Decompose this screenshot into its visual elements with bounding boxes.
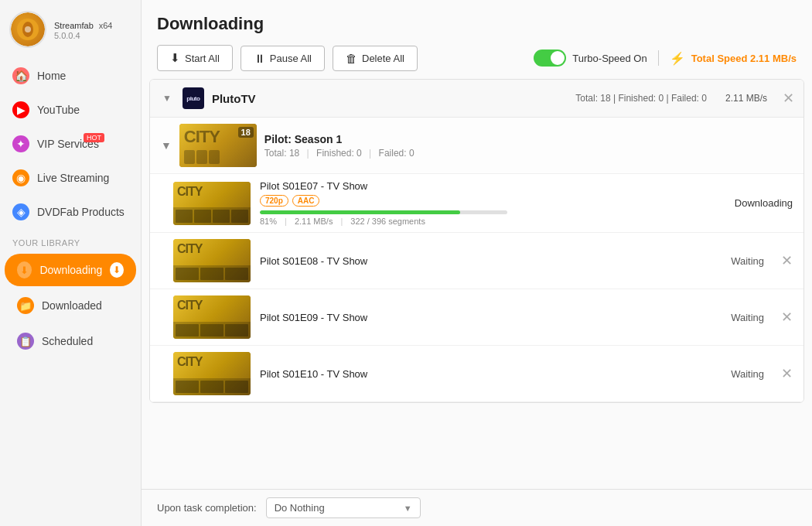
episode-title: Pilot S01E10 - TV Show	[260, 368, 722, 380]
sidebar: Streamfab x64 5.0.0.4 🏠 Home ▶ YouTube ✦…	[0, 0, 142, 526]
youtube-icon: ▶	[12, 101, 29, 118]
channel-name: PlutoTV	[212, 92, 256, 105]
lib-item-label: Downloaded	[42, 299, 102, 312]
episode-thumbnail: CITY	[173, 295, 251, 339]
turbo-section: Turbo-Speed On ⚡ Total Speed 2.11 MB/s	[534, 50, 797, 67]
downloaded-icon: 📁	[17, 297, 34, 314]
downloading-icon: ⬇	[17, 261, 32, 278]
quality-badge: 720p	[260, 195, 288, 207]
toggle-knob	[551, 51, 565, 65]
audio-badge: AAC	[292, 195, 320, 207]
main-header: Downloading ⬇ Start All ⏸ Pause All 🗑 De…	[142, 0, 812, 79]
episode-status: Waiting	[731, 255, 764, 267]
completion-label: Upon task completion:	[157, 502, 257, 514]
progress-bar-fill	[260, 210, 460, 214]
bottom-bar: Upon task completion: Do Nothing ▼	[142, 489, 812, 526]
group-chevron[interactable]: ▼	[159, 91, 175, 105]
season-title: Pilot: Season 1	[264, 133, 793, 145]
app-version: 5.0.0.4	[54, 31, 112, 40]
episode-title: Pilot S01E07 - TV Show	[260, 180, 725, 192]
season-info: Pilot: Season 1 Total: 18 | Finished: 0 …	[264, 133, 793, 159]
sidebar-item-vip[interactable]: ✦ VIP Services HOT	[0, 127, 141, 161]
progress-segments: 322 / 396 segments	[350, 217, 425, 226]
sidebar-item-downloading[interactable]: ⬇ Downloading ⬇	[5, 254, 136, 286]
episode-thumbnail: CITY	[173, 182, 251, 225]
start-all-button[interactable]: ⬇ Start All	[157, 45, 233, 71]
progress-speed: 2.11 MB/s	[295, 217, 333, 226]
app-name: Streamfab x64	[54, 19, 112, 31]
season-thumbnail: CITY 18	[179, 124, 257, 167]
logo-text: Streamfab x64 5.0.0.4	[54, 19, 112, 40]
sidebar-item-scheduled[interactable]: 📋 Scheduled	[5, 325, 136, 357]
library-label: YOUR LIBRARY	[0, 229, 141, 252]
group-stats: Total: 18 | Finished: 0 | Failed: 0	[575, 93, 707, 104]
start-icon: ⬇	[170, 51, 180, 65]
episode-status: Waiting	[731, 312, 764, 323]
season-chevron[interactable]: ▼	[161, 139, 172, 152]
sidebar-item-downloaded[interactable]: 📁 Downloaded	[5, 289, 136, 322]
sidebar-item-home[interactable]: 🏠 Home	[0, 59, 141, 93]
episode-close-button[interactable]: ✕	[781, 309, 793, 326]
pause-all-button[interactable]: ⏸ Pause All	[241, 46, 325, 71]
episode-progress: 81% | 2.11 MB/s | 322 / 396 segments	[260, 210, 725, 226]
delete-icon: 🗑	[346, 52, 357, 65]
svg-point-2	[25, 26, 31, 32]
sidebar-item-live[interactable]: ◉ Live Streaming	[0, 161, 141, 195]
episode-info: Pilot S01E09 - TV Show	[260, 312, 722, 323]
completion-value: Do Nothing	[275, 502, 325, 514]
episode-title: Pilot S01E08 - TV Show	[260, 255, 722, 267]
turbo-toggle[interactable]	[534, 50, 566, 67]
home-icon: 🏠	[12, 67, 29, 84]
episode-close-button[interactable]: ✕	[781, 252, 793, 269]
toolbar: ⬇ Start All ⏸ Pause All 🗑 Delete All Tur…	[157, 45, 797, 71]
dvdfab-icon: ◈	[12, 203, 29, 220]
download-count-badge: ⬇	[110, 262, 124, 278]
chevron-down-icon: ▼	[404, 504, 412, 513]
progress-stats: 81% | 2.11 MB/s | 322 / 396 segments	[260, 217, 725, 226]
episode-close-button[interactable]: ✕	[781, 365, 793, 382]
episode-status: Downloading	[735, 197, 793, 209]
delete-all-button[interactable]: 🗑 Delete All	[333, 46, 418, 71]
episode-status: Waiting	[731, 368, 764, 380]
divider	[658, 50, 659, 66]
vip-icon: ✦	[12, 135, 29, 152]
episode-title: Pilot S01E09 - TV Show	[260, 312, 722, 323]
season-stats: Total: 18 | Finished: 0 | Failed: 0	[264, 148, 793, 159]
episode-row: CITY Pilot S01E09 - TV Show Waiting ✕	[150, 289, 803, 346]
episode-info: Pilot S01E07 - TV Show 720p AAC 81% | 2.…	[260, 180, 725, 226]
total-speed-label: Total Speed 2.11 MB/s	[691, 53, 797, 64]
sidebar-item-label: Live Streaming	[37, 172, 109, 184]
completion-dropdown[interactable]: Do Nothing ▼	[266, 497, 421, 518]
group-card-plutotv: ▼ pluto PlutoTV Total: 18 | Finished: 0 …	[149, 79, 804, 403]
episode-row: CITY Pilot S01E10 - TV Show Waiting ✕	[150, 346, 803, 402]
close-group-button[interactable]: ✕	[783, 90, 794, 107]
download-area: ▼ pluto PlutoTV Total: 18 | Finished: 0 …	[142, 79, 812, 489]
page-title: Downloading	[157, 14, 797, 34]
sidebar-item-youtube[interactable]: ▶ YouTube	[0, 93, 141, 127]
season-row: ▼ CITY 18 Pilot: Season 1	[150, 118, 803, 174]
live-icon: ◉	[12, 169, 29, 186]
main-content: Downloading ⬇ Start All ⏸ Pause All 🗑 De…	[142, 0, 812, 526]
logo-area: Streamfab x64 5.0.0.4	[0, 0, 141, 59]
sidebar-item-label: YouTube	[37, 104, 80, 116]
episode-thumbnail: CITY	[173, 352, 251, 395]
episode-row: CITY Pilot S01E07 - TV Show 720p AAC	[150, 174, 803, 233]
logo-circle	[11, 12, 45, 46]
episode-thumbnail: CITY	[173, 239, 251, 282]
progress-bar-background	[260, 210, 507, 214]
lib-item-label: Scheduled	[42, 335, 93, 347]
progress-pct: 81%	[260, 217, 277, 226]
hot-badge: HOT	[84, 133, 104, 142]
sidebar-item-label: Home	[37, 70, 66, 82]
bolt-icon: ⚡	[670, 51, 685, 66]
episode-info: Pilot S01E08 - TV Show	[260, 255, 722, 267]
sidebar-item-dvdfab[interactable]: ◈ DVDFab Products	[0, 195, 141, 229]
episode-badges: 720p AAC	[260, 195, 725, 207]
group-header: ▼ pluto PlutoTV Total: 18 | Finished: 0 …	[150, 80, 803, 118]
turbo-label: Turbo-Speed On	[572, 53, 647, 64]
channel-logo: pluto	[183, 87, 204, 109]
episode-info: Pilot S01E10 - TV Show	[260, 368, 722, 380]
app-logo	[9, 11, 46, 48]
scheduled-icon: 📋	[17, 333, 34, 350]
episode-row: CITY Pilot S01E08 - TV Show Waiting ✕	[150, 233, 803, 289]
